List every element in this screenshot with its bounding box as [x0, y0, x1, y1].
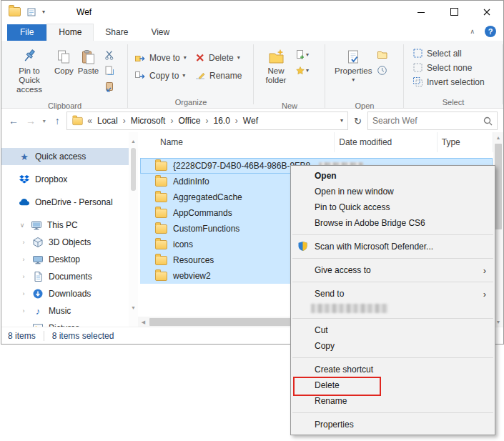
scrollbar-thumb[interactable] — [495, 144, 502, 229]
breadcrumb-segment-local[interactable]: Local — [96, 116, 119, 126]
easy-access-button[interactable]: ▾ — [295, 64, 310, 76]
sidebar-label: Downloads — [49, 289, 91, 299]
column-headers: Name Date modified Type — [138, 132, 493, 152]
menu-item-pin-to-quick-access[interactable]: Pin to Quick access — [291, 199, 495, 215]
menu-item-copy[interactable]: Copy — [291, 338, 495, 354]
sidebar-item-this-pc[interactable]: ∨ This PC — [1, 217, 129, 234]
column-header-name[interactable]: Name — [138, 132, 335, 152]
collapse-ribbon-icon[interactable]: ∧ — [470, 28, 475, 35]
easy-access-dropdown-icon: ▾ — [306, 68, 309, 74]
menu-item-give-access-to[interactable]: Give access to › — [291, 262, 495, 278]
expand-closed-icon[interactable]: › — [20, 273, 27, 280]
sidebar-item-downloads[interactable]: › Downloads — [1, 285, 129, 302]
sidebar-scrollbar[interactable]: ▲ ▼ — [129, 132, 138, 327]
music-note-icon: ♪ — [32, 305, 44, 317]
forward-button[interactable]: → — [23, 115, 39, 127]
tab-file[interactable]: File — [7, 24, 46, 41]
new-folder-icon — [268, 46, 285, 65]
sidebar-item-3d-objects[interactable]: › 3D Objects — [1, 234, 129, 251]
folder-icon — [155, 177, 167, 187]
menu-item-open-in-new-window[interactable]: Open in new window — [291, 184, 495, 199]
address-dropdown-icon[interactable]: ▾ — [340, 118, 343, 124]
move-to-button[interactable]: Move to ▾ — [134, 49, 192, 66]
qat-customize-dropdown-icon[interactable]: ▾ — [42, 9, 45, 15]
back-button[interactable]: ← — [6, 115, 21, 127]
tab-home[interactable]: Home — [46, 24, 94, 41]
help-icon[interactable]: ? — [485, 26, 496, 37]
scroll-down-icon[interactable]: ▼ — [129, 305, 138, 310]
sidebar-item-dropbox[interactable]: Dropbox — [1, 171, 129, 188]
recent-locations-icon[interactable]: ▾ — [40, 118, 48, 124]
menu-item-send-to[interactable]: Send to › — [291, 286, 495, 302]
breadcrumb-overflow-icon[interactable]: « — [87, 116, 92, 126]
folder-icon — [155, 193, 167, 202]
maximize-button[interactable] — [438, 1, 470, 23]
sidebar-item-quick-access[interactable]: ★ Quick access — [1, 148, 129, 165]
close-button[interactable] — [470, 1, 503, 23]
open-item-icon[interactable] — [377, 49, 391, 61]
menu-item-properties[interactable]: Properties — [291, 417, 495, 432]
sidebar-item-desktop[interactable]: › Desktop — [1, 251, 129, 268]
new-item-button[interactable]: ▾ — [295, 49, 310, 61]
scroll-up-icon[interactable]: ▲ — [493, 135, 503, 140]
menu-item-cut[interactable]: Cut — [291, 322, 495, 338]
breadcrumb-segment-16[interactable]: 16.0 — [212, 116, 232, 126]
cut-icon[interactable] — [104, 49, 118, 61]
rename-label: Rename — [209, 71, 242, 81]
file-name: AddinInfo — [173, 177, 209, 187]
item-count: 8 items — [8, 331, 36, 341]
paste-shortcut-icon[interactable] — [104, 80, 118, 92]
paste-icon — [81, 46, 96, 65]
sidebar-label: OneDrive - Personal — [35, 197, 113, 207]
tab-share[interactable]: Share — [94, 24, 139, 41]
pin-icon — [21, 46, 37, 65]
new-item-icon — [295, 49, 305, 60]
breadcrumb-segment-office[interactable]: Office — [177, 116, 202, 126]
breadcrumb-segment-wef[interactable]: Wef — [242, 116, 260, 126]
up-button[interactable]: ↑ — [49, 115, 65, 127]
scroll-left-icon[interactable]: ◀ — [138, 317, 149, 327]
select-all-button[interactable]: Select all — [412, 48, 503, 59]
menu-item-delete[interactable]: Delete — [291, 377, 495, 393]
menu-item-create-shortcut[interactable]: Create shortcut — [291, 362, 495, 377]
menu-item-redacted[interactable] — [291, 302, 495, 314]
breadcrumb-segment-microsoft[interactable]: Microsoft — [129, 116, 167, 126]
breadcrumb[interactable]: « Local › Microsoft › Office › 16.0 › We… — [66, 112, 348, 130]
refresh-button[interactable]: ↻ — [350, 116, 366, 127]
delete-button[interactable]: Delete ▾ — [194, 49, 251, 66]
expand-closed-icon[interactable]: › — [20, 307, 27, 314]
expand-open-icon[interactable]: ∨ — [19, 222, 26, 229]
sidebar-item-music[interactable]: › ♪ Music — [1, 302, 129, 319]
copy-path-icon[interactable] — [104, 64, 118, 76]
copy-to-button[interactable]: Copy to ▾ — [134, 66, 192, 84]
sidebar-item-onedrive[interactable]: OneDrive - Personal — [1, 194, 129, 211]
ribbon-group-organize: Move to ▾ Delete ▾ Copy to ▾ Rename — [128, 41, 254, 108]
scroll-up-icon[interactable]: ▲ — [129, 139, 138, 144]
menu-item-browse-in-adobe-bridge[interactable]: Browse in Adobe Bridge CS6 — [291, 215, 495, 231]
invert-selection-button[interactable]: Invert selection — [412, 76, 503, 87]
search-input[interactable] — [372, 116, 483, 126]
qat-properties-icon[interactable] — [26, 7, 36, 17]
tab-view[interactable]: View — [139, 24, 181, 41]
select-none-icon — [412, 62, 423, 73]
expand-closed-icon[interactable]: › — [20, 256, 27, 263]
menu-item-rename[interactable]: Rename — [291, 393, 495, 409]
search-box[interactable] — [367, 112, 498, 130]
rename-button[interactable]: Rename — [194, 66, 251, 84]
column-header-date-modified[interactable]: Date modified — [335, 132, 438, 152]
expand-closed-icon[interactable]: › — [20, 239, 27, 246]
menu-item-scan-with-defender[interactable]: Scan with Microsoft Defender... — [291, 239, 495, 254]
menu-separator — [292, 357, 493, 358]
expand-closed-icon[interactable]: › — [20, 290, 27, 297]
delete-dropdown-icon: ▾ — [237, 55, 240, 61]
column-header-type[interactable]: Type — [438, 132, 493, 152]
sidebar-item-documents[interactable]: › Documents — [1, 268, 129, 285]
minimize-button[interactable] — [405, 1, 438, 23]
quick-access-toolbar: ▾ — [1, 7, 45, 17]
sidebar-label: Music — [49, 306, 71, 316]
select-none-button[interactable]: Select none — [412, 62, 503, 73]
scrollbar-thumb[interactable] — [131, 148, 136, 191]
address-folder-icon — [73, 117, 83, 124]
menu-item-open[interactable]: Open — [291, 168, 495, 184]
history-icon[interactable] — [377, 64, 391, 76]
